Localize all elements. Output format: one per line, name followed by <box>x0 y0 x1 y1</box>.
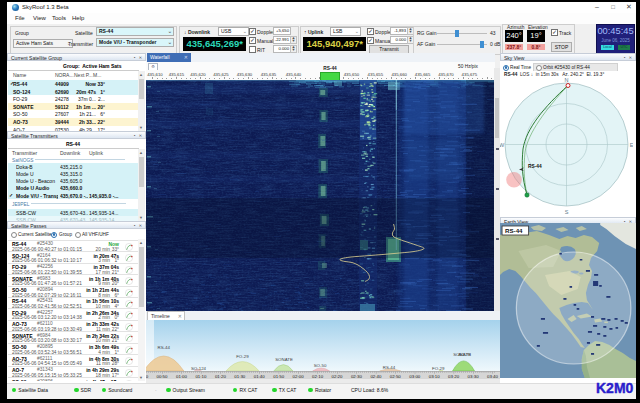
svg-text:FO-29: FO-29 <box>432 366 445 371</box>
svg-text:N: N <box>565 77 569 83</box>
svg-text:02:40: 02:40 <box>370 374 382 379</box>
svg-text:01:10: 01:10 <box>195 374 207 379</box>
svg-text:W: W <box>500 142 505 148</box>
svg-text:RS-44: RS-44 <box>505 228 523 234</box>
svg-text:01:30: 01:30 <box>234 374 246 379</box>
svg-text:02:10: 02:10 <box>312 374 324 379</box>
svg-text:SONATE: SONATE <box>275 357 293 362</box>
svg-text:E: E <box>630 142 633 148</box>
svg-text:01:50: 01:50 <box>273 374 285 379</box>
svg-text:02:50: 02:50 <box>390 374 402 379</box>
svg-text:RS-44: RS-44 <box>157 345 170 350</box>
svg-text:SO-50: SO-50 <box>314 363 327 368</box>
svg-text:AO-73: AO-73 <box>458 352 471 357</box>
svg-text:01:40: 01:40 <box>254 374 266 379</box>
svg-text:01:00: 01:00 <box>176 374 188 379</box>
svg-text:02:00: 02:00 <box>293 374 305 379</box>
svg-text:RS-44: RS-44 <box>383 365 396 370</box>
svg-text:S: S <box>565 209 569 215</box>
svg-text:03:00: 03:00 <box>409 374 421 379</box>
svg-text:03:40: 03:40 <box>487 374 499 379</box>
svg-text:02:20: 02:20 <box>332 374 344 379</box>
svg-text:SO-124: SO-124 <box>191 366 207 371</box>
svg-text:FO-29: FO-29 <box>236 354 249 359</box>
svg-text:03:10: 03:10 <box>429 374 441 379</box>
svg-text:03:30: 03:30 <box>468 374 480 379</box>
svg-text:RS-44: RS-44 <box>528 164 542 169</box>
svg-text:01:20: 01:20 <box>215 374 227 379</box>
svg-text:00:50: 00:50 <box>157 374 169 379</box>
svg-text:03:20: 03:20 <box>448 374 460 379</box>
svg-text:02:30: 02:30 <box>351 374 363 379</box>
